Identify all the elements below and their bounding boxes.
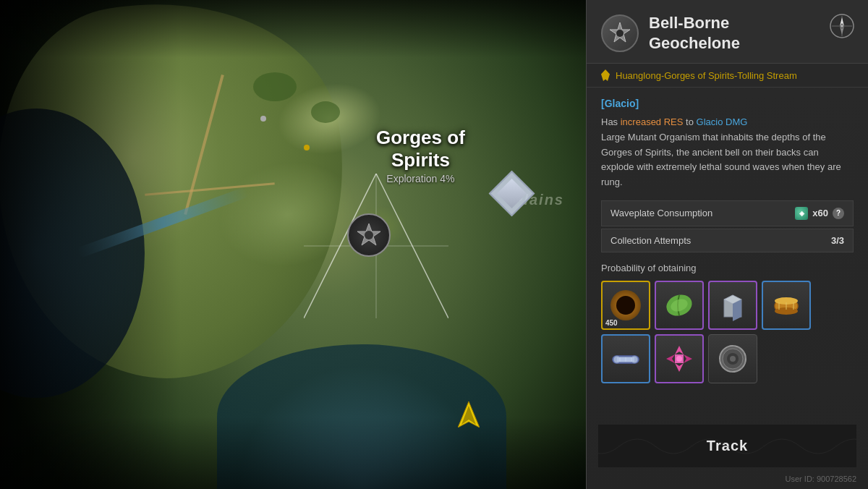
svg-marker-36 xyxy=(675,363,684,372)
probability-grid: 450 xyxy=(601,281,854,383)
location-bar: Huanglong-Gorges of Spirits-Tolling Stre… xyxy=(587,64,868,88)
svg-marker-37 xyxy=(666,354,675,363)
panel-content: [Glacio] Has increased RES to Glacio DMG… xyxy=(587,88,868,449)
compass-icon xyxy=(829,13,855,39)
boss-emblem xyxy=(601,14,639,52)
prob-item-circle xyxy=(708,334,757,383)
map-node-2 xyxy=(304,145,310,150)
prob-item-leaf xyxy=(655,281,704,330)
svg-marker-35 xyxy=(684,354,692,363)
item-icon-circle xyxy=(717,343,749,375)
collection-value: 3/3 xyxy=(831,235,844,246)
item-icon-tube xyxy=(610,343,642,375)
item-icon-gear xyxy=(610,290,641,320)
item-icon-leaf xyxy=(663,289,695,321)
element-tag: [Glacio] xyxy=(601,98,854,109)
prob-item-gear: 450 xyxy=(601,281,650,330)
description: Has increased RES to Glacio DMG Large Mu… xyxy=(601,115,854,190)
track-button-area: Track xyxy=(587,425,868,467)
svg-point-15 xyxy=(841,25,843,27)
location-name: Gorges of Spirits xyxy=(376,127,465,171)
collection-label: Collection Attempts xyxy=(610,235,691,246)
svg-point-39 xyxy=(676,356,682,362)
panel-title-block: Bell-Borne Geochelone xyxy=(649,13,740,53)
svg-point-9 xyxy=(616,30,624,37)
map-vignette-left xyxy=(0,0,181,489)
item-icon-cube xyxy=(717,289,749,321)
svg-point-5 xyxy=(365,231,373,239)
probability-label: Probability of obtaining xyxy=(601,263,854,273)
map-vignette-bottom xyxy=(0,417,586,489)
waveplate-label: Waveplate Consumption xyxy=(610,208,712,218)
prob-item-cube xyxy=(708,281,757,330)
highlight-glacio: Glacio DMG xyxy=(697,116,748,127)
map-node-1 xyxy=(260,116,266,122)
prob-badge-gear: 450 xyxy=(605,319,618,327)
diamond-inner xyxy=(497,179,527,208)
location-label-block: Gorges of Spirits Exploration 4% xyxy=(376,127,465,184)
waveplate-row: Waveplate Consumption ◈ x60 ? xyxy=(601,200,854,226)
forest-patch-1 xyxy=(253,72,297,101)
exploration-text: Exploration 4% xyxy=(376,173,465,184)
pin-icon xyxy=(601,69,610,81)
prob-item-symbol xyxy=(655,334,704,383)
navigation-arrow xyxy=(458,401,480,430)
map-section: Gorges of Spirits Exploration 4% Plains xyxy=(0,0,586,489)
user-id: User ID: 900728562 xyxy=(786,475,856,483)
highlight-res: increased RES xyxy=(621,116,684,127)
prob-item-cylinder xyxy=(762,281,811,330)
prob-item-tube xyxy=(601,334,650,383)
svg-marker-34 xyxy=(675,346,684,354)
svg-point-43 xyxy=(730,356,736,362)
track-button[interactable]: Track xyxy=(598,425,856,467)
waveplate-icon: ◈ xyxy=(795,207,808,220)
item-icon-cylinder xyxy=(770,289,802,321)
info-panel: Bell-Borne Geochelone Huanglong-Gorges o… xyxy=(586,0,868,489)
forest-patch-2 xyxy=(311,101,340,123)
help-icon[interactable]: ? xyxy=(833,208,844,219)
map-vignette-top xyxy=(0,0,586,58)
waveplate-value: ◈ x60 ? xyxy=(795,207,844,220)
boss-map-icon[interactable] xyxy=(347,213,391,257)
stats-section: Waveplate Consumption ◈ x60 ? Collection… xyxy=(601,200,854,252)
panel-header: Bell-Borne Geochelone xyxy=(587,0,868,64)
collection-row: Collection Attempts 3/3 xyxy=(601,229,854,252)
panel-title: Bell-Borne Geochelone xyxy=(649,13,740,53)
item-icon-symbol xyxy=(663,343,695,375)
location-text: Huanglong-Gorges of Spirits-Tolling Stre… xyxy=(616,70,797,81)
